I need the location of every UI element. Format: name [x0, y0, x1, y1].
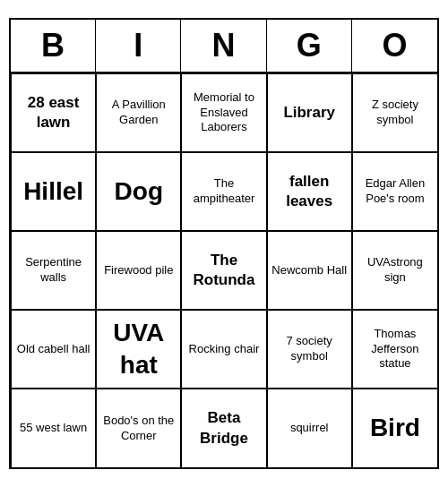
- header-letter-N: N: [181, 20, 266, 72]
- bingo-cell-15: Old cabell hall: [11, 310, 96, 389]
- bingo-cell-14: UVAstrong sign: [352, 231, 437, 310]
- header-letter-B: B: [11, 20, 96, 72]
- bingo-cell-5: Hillel: [11, 152, 96, 231]
- bingo-cell-22: Beta Bridge: [181, 389, 266, 467]
- bingo-cell-13: Newcomb Hall: [267, 231, 352, 310]
- cell-text-12: The Rotunda: [185, 251, 262, 290]
- bingo-cell-23: squirrel: [267, 389, 352, 467]
- bingo-cell-4: Z society symbol: [352, 73, 437, 152]
- bingo-cell-16: UVA hat: [96, 310, 181, 389]
- cell-text-10: Serpentine walls: [15, 255, 91, 286]
- cell-text-14: UVAstrong sign: [357, 255, 434, 286]
- header-letter-O: O: [352, 20, 437, 72]
- header-letter-G: G: [267, 20, 352, 72]
- cell-text-0: 28 east lawn: [15, 93, 91, 132]
- cell-text-21: Bodo's on the Corner: [100, 414, 177, 444]
- cell-text-24: Bird: [370, 412, 420, 444]
- bingo-cell-18: 7 society symbol: [267, 310, 352, 389]
- bingo-cell-12: The Rotunda: [181, 231, 266, 310]
- bingo-cell-17: Rocking chair: [181, 310, 266, 389]
- bingo-header: BINGO: [11, 20, 437, 73]
- cell-text-18: 7 society symbol: [271, 334, 348, 364]
- bingo-cell-2: Memorial to Enslaved Laborers: [181, 73, 266, 152]
- cell-text-13: Newcomb Hall: [271, 263, 347, 278]
- cell-text-15: Old cabell hall: [17, 342, 90, 357]
- cell-text-20: 55 west lawn: [20, 421, 87, 436]
- bingo-cell-24: Bird: [352, 389, 437, 467]
- bingo-cell-6: Dog: [96, 152, 181, 231]
- cell-text-5: Hillel: [23, 175, 83, 208]
- cell-text-7: The ampitheater: [185, 176, 262, 207]
- bingo-cell-10: Serpentine walls: [11, 231, 96, 310]
- cell-text-11: Firewood pile: [104, 263, 173, 278]
- cell-text-1: A Pavillion Garden: [100, 98, 177, 128]
- bingo-cell-21: Bodo's on the Corner: [96, 389, 181, 467]
- bingo-cell-0: 28 east lawn: [11, 73, 96, 152]
- cell-text-2: Memorial to Enslaved Laborers: [185, 90, 262, 136]
- cell-text-9: Edgar Allen Poe's room: [357, 176, 434, 207]
- bingo-cell-3: Library: [267, 73, 352, 152]
- bingo-cell-11: Firewood pile: [96, 231, 181, 310]
- bingo-cell-19: Thomas Jefferson statue: [352, 310, 437, 389]
- cell-text-19: Thomas Jefferson statue: [357, 327, 434, 372]
- cell-text-17: Rocking chair: [189, 342, 260, 357]
- bingo-grid: 28 east lawnA Pavillion GardenMemorial t…: [11, 73, 437, 467]
- cell-text-6: Dog: [115, 175, 163, 208]
- cell-text-8: fallen leaves: [271, 172, 348, 211]
- cell-text-16: UVA hat: [100, 317, 177, 382]
- bingo-cell-1: A Pavillion Garden: [96, 73, 181, 152]
- header-letter-I: I: [96, 20, 181, 72]
- bingo-cell-7: The ampitheater: [181, 152, 266, 231]
- cell-text-22: Beta Bridge: [185, 408, 262, 448]
- bingo-cell-8: fallen leaves: [267, 152, 352, 231]
- bingo-cell-9: Edgar Allen Poe's room: [352, 152, 437, 231]
- cell-text-3: Library: [283, 103, 335, 123]
- cell-text-23: squirrel: [290, 421, 329, 436]
- cell-text-4: Z society symbol: [357, 98, 434, 128]
- bingo-cell-20: 55 west lawn: [11, 389, 96, 467]
- bingo-card: BINGO 28 east lawnA Pavillion GardenMemo…: [9, 18, 439, 469]
